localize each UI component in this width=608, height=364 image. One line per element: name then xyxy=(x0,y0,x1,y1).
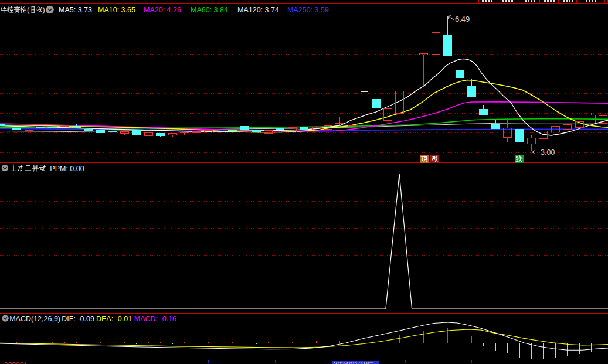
svg-text:000001: 000001 xyxy=(4,361,28,364)
svg-text:MA5: 3.73: MA5: 3.73 xyxy=(59,6,92,14)
svg-text:MACD(12,26,9): MACD(12,26,9) xyxy=(9,315,60,323)
svg-text:MA120: 3.74: MA120: 3.74 xyxy=(237,6,279,14)
svg-text:MA10: 3.65: MA10: 3.65 xyxy=(98,6,135,14)
svg-text:PPM: 0.00: PPM: 0.00 xyxy=(50,165,84,173)
svg-text:MA60: 3.84: MA60: 3.84 xyxy=(191,6,228,14)
svg-text:6.49: 6.49 xyxy=(455,15,470,23)
svg-text:MA250: 3.59: MA250: 3.59 xyxy=(287,6,329,14)
svg-text:MACD: -0.16: MACD: -0.16 xyxy=(134,315,176,323)
svg-text:2024/01/10(: 2024/01/10( xyxy=(334,360,370,364)
svg-text:DEA: -0.01: DEA: -0.01 xyxy=(96,315,132,323)
svg-text:DIF: -0.09: DIF: -0.09 xyxy=(62,315,94,323)
svg-text:MA20: 4.26: MA20: 4.26 xyxy=(144,6,181,14)
svg-text:3.00: 3.00 xyxy=(541,148,555,157)
svg-text:): ) xyxy=(43,6,45,14)
